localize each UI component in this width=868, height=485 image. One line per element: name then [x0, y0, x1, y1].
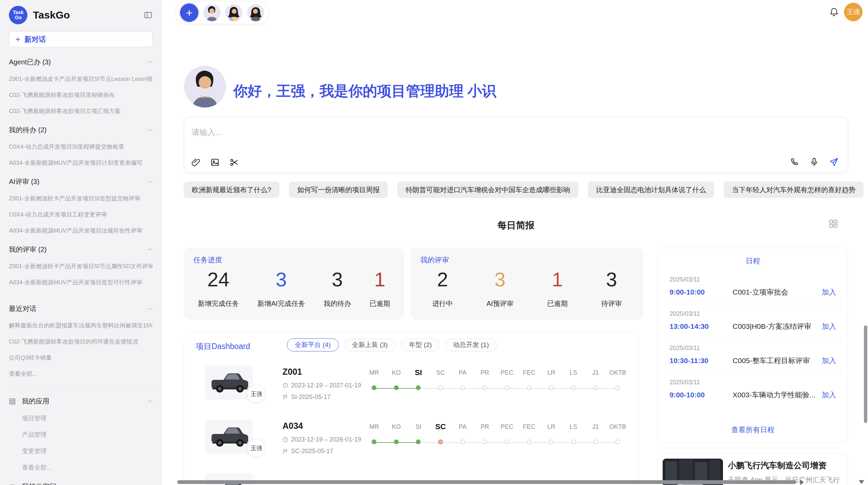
- milestone-dot[interactable]: [363, 385, 385, 390]
- milestone-track: MRKO SISC PAPR PECFEC LRLS J1OKTB: [363, 422, 629, 446]
- suggestion-chip[interactable]: 当下年轻人对汽车外观有怎样的喜好趋势: [724, 182, 864, 198]
- milestone-dot[interactable]: [562, 439, 584, 444]
- milestone-dot[interactable]: [518, 385, 540, 390]
- tab-year-model[interactable]: 年型 (2): [401, 338, 440, 351]
- list-item[interactable]: A034-全新新能源MUV产品开发项目造型可行性评审: [9, 278, 153, 286]
- section-my-todo[interactable]: 我的待办 (2): [9, 125, 153, 135]
- list-item[interactable]: A034-全新新能源MUV产品开发项目计划变更表编写: [9, 159, 153, 167]
- apps-view-all-link[interactable]: 查看全部...: [22, 463, 153, 472]
- list-item[interactable]: C02-飞腾新能源轻客改款项目立项汇报方案: [9, 107, 153, 115]
- list-item[interactable]: Z001-全新燃油轻卡产品开发项目SI节点属性5D文件评审: [9, 262, 153, 270]
- notification-bell-icon[interactable]: [829, 7, 839, 17]
- milestone-dot[interactable]: [474, 439, 496, 444]
- milestone-dot[interactable]: [584, 385, 607, 390]
- horizontal-scrollbar[interactable]: [177, 480, 796, 484]
- sidebar-item-my-apps[interactable]: 我的应用: [9, 397, 153, 406]
- agent-avatar-2[interactable]: [225, 4, 242, 21]
- list-item[interactable]: Z001-全新燃油皮卡产品开发项目SI节点Lesson Learn报告: [9, 75, 153, 83]
- new-chat-button[interactable]: + 新对话: [9, 32, 153, 47]
- milestone-dot[interactable]: [385, 439, 408, 444]
- milestone-dot[interactable]: [407, 385, 430, 390]
- list-item[interactable]: 解释最新出台的欧盟报废车法规再生塑料比例被调至15%...: [9, 322, 153, 329]
- milestone-dot[interactable]: [607, 439, 629, 444]
- milestone-dot[interactable]: [584, 439, 607, 444]
- scroll-down-arrow[interactable]: [859, 480, 864, 484]
- join-link[interactable]: 加入: [822, 287, 836, 297]
- section-my-review[interactable]: 我的评审 (2): [9, 245, 153, 254]
- message-input[interactable]: [192, 125, 740, 140]
- join-link[interactable]: 加入: [822, 390, 836, 400]
- milestone-dot[interactable]: [451, 439, 474, 444]
- schedule-entry: 2025/03/11 9:00-10:00 X003-车辆动力学性能验... 加…: [658, 373, 848, 407]
- milestone-dot[interactable]: [363, 439, 385, 444]
- microphone-icon[interactable]: [809, 157, 819, 167]
- milestone-dot[interactable]: [496, 439, 518, 444]
- milestone-dot[interactable]: [540, 439, 563, 444]
- chevron-up-icon[interactable]: [147, 248, 153, 251]
- join-link[interactable]: 加入: [822, 356, 836, 365]
- list-item[interactable]: C0X4-动力总成开发项目工程变更评审: [9, 211, 153, 219]
- view-all-schedule-link[interactable]: 查看所有日程: [658, 425, 848, 435]
- milestone-dot[interactable]: [474, 385, 496, 390]
- milestone-dot[interactable]: [430, 439, 452, 444]
- list-item[interactable]: C02-飞腾新能源轻客改款项目的闭环通告反馈情况: [9, 338, 153, 346]
- list-item[interactable]: Z001-全新燃油轻卡产品开发项目SI造型提交物评审: [9, 195, 153, 202]
- tab-powertrain[interactable]: 动总开发 (1): [445, 338, 497, 351]
- join-link[interactable]: 加入: [822, 322, 836, 331]
- chevron-up-icon[interactable]: [147, 400, 153, 403]
- project-row[interactable]: 王强 A034 2023-12-19 – 2026-01-19 SC-2025-…: [184, 420, 638, 471]
- agent-avatar-3[interactable]: [247, 4, 264, 21]
- list-item[interactable]: C0X4-动力总成开发项目SI里程碑提交物检查: [9, 143, 153, 151]
- milestone-dot[interactable]: [385, 385, 408, 390]
- milestone-dot[interactable]: [407, 439, 430, 444]
- suggestion-chip[interactable]: 如何写一份清晰的项目周报: [289, 182, 388, 198]
- chevron-up-icon[interactable]: [147, 61, 153, 64]
- tab-new-platform[interactable]: 全新平台 (4): [287, 338, 339, 351]
- project-row[interactable]: 王强 Z001 2023-12-19 – 2027-01-19 SI-2025-…: [184, 365, 638, 417]
- milestone-dot[interactable]: [451, 385, 474, 390]
- add-agent-button[interactable]: +: [180, 3, 198, 22]
- milestone-dot[interactable]: [430, 385, 452, 390]
- scissors-icon[interactable]: [229, 158, 239, 167]
- suggestion-chip[interactable]: 比亚迪全固态电池计划具体说了什么: [588, 182, 714, 198]
- list-item[interactable]: 公司Q3轻卡销量: [9, 354, 153, 362]
- tab-new-body[interactable]: 全新上装 (3): [344, 338, 396, 351]
- section-recent-chats[interactable]: 最近对话: [9, 304, 153, 313]
- list-item[interactable]: C02-飞腾新能源轻客改款项目里程碑画布: [9, 91, 153, 99]
- suggestion-chips: 欧洲新规最近颁布了什么? 如何写一份清晰的项目周报 特朗普可能对进口汽车增税会对…: [184, 182, 852, 198]
- greeting-text: 你好，王强，我是你的项目管理助理 小识: [233, 82, 496, 101]
- sidebar-item-cloud-space[interactable]: 我的云空间: [9, 482, 153, 485]
- milestone-dot[interactable]: [518, 439, 540, 444]
- sidebar-collapse-icon[interactable]: [144, 11, 153, 20]
- milestone-dot[interactable]: [562, 385, 584, 390]
- dashboard-tabs: 全新平台 (4) 全新上装 (3) 年型 (2) 动总开发 (1): [287, 338, 497, 351]
- chevron-up-icon[interactable]: [147, 128, 153, 132]
- scroll-right-arrow[interactable]: [800, 480, 804, 485]
- sidebar: Task Go TaskGo + 新对话 Agent已办 (3) Z001-全新…: [0, 0, 162, 485]
- user-avatar[interactable]: 王强: [844, 3, 863, 21]
- section-ai-review[interactable]: AI评审 (3): [9, 177, 153, 186]
- image-icon[interactable]: [210, 158, 220, 167]
- layout-grid-icon[interactable]: [828, 219, 839, 229]
- chevron-up-icon[interactable]: [147, 307, 153, 310]
- sidebar-item-change-mgmt[interactable]: 变更管理: [22, 447, 153, 455]
- vertical-scrollbar[interactable]: [864, 325, 867, 423]
- project-dates: 2023-12-19 – 2026-01-19: [282, 436, 361, 443]
- clock-icon: [282, 437, 288, 443]
- suggestion-chip[interactable]: 特朗普可能对进口汽车增税会对中国车企造成哪些影响: [397, 182, 578, 198]
- suggestion-chip[interactable]: 欧洲新规最近颁布了什么?: [184, 182, 279, 198]
- section-agent-done[interactable]: Agent已办 (3): [9, 58, 153, 67]
- milestone-dot[interactable]: [496, 385, 518, 390]
- agent-avatar-1[interactable]: [203, 4, 220, 21]
- flag-icon: [282, 448, 288, 454]
- milestone-dot[interactable]: [540, 385, 563, 390]
- send-icon[interactable]: [829, 157, 839, 167]
- sidebar-item-product-mgmt[interactable]: 产品管理: [22, 431, 153, 439]
- attachment-icon[interactable]: [191, 158, 201, 167]
- chevron-up-icon[interactable]: [147, 180, 153, 183]
- phone-call-icon[interactable]: [790, 157, 800, 167]
- list-item[interactable]: A034-全新新能源MUV产品开发项目法规符合性评审: [9, 227, 153, 235]
- recent-view-all-link[interactable]: 查看全部...: [9, 370, 153, 378]
- sidebar-item-project-mgmt[interactable]: 项目管理: [22, 414, 153, 422]
- milestone-dot[interactable]: [607, 385, 629, 390]
